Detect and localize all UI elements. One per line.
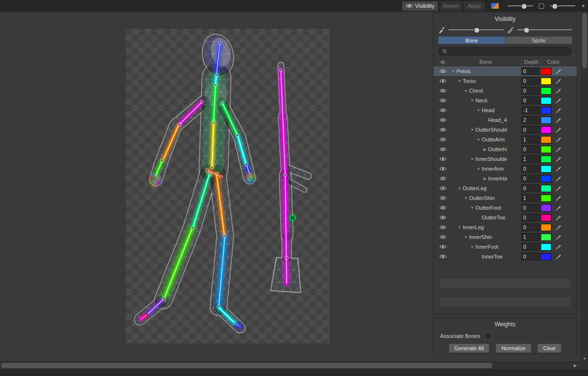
visibility-eye-toggle[interactable]	[435, 127, 450, 132]
sprite-checkerboard[interactable]	[126, 29, 330, 343]
table-row[interactable]: ▼ OutterShin	[433, 193, 577, 203]
bone-color-swatch[interactable]	[541, 146, 551, 153]
depth-input[interactable]	[521, 243, 540, 251]
bone-color-swatch[interactable]	[541, 117, 551, 124]
visibility-eye-toggle[interactable]	[435, 108, 450, 113]
foldout-toggle-icon[interactable]: ▼	[469, 245, 475, 249]
table-row[interactable]: ▼ InnerArm	[433, 164, 577, 174]
sparkle-icon[interactable]: ✦	[581, 3, 586, 9]
bone-color-swatch[interactable]	[541, 185, 551, 192]
horizontal-scroll-arrow-icon[interactable]: ▶	[574, 363, 577, 368]
toolbar-slider-2-thumb[interactable]	[552, 3, 558, 9]
visibility-eye-toggle[interactable]	[435, 147, 450, 152]
depth-input[interactable]	[521, 126, 540, 134]
visibility-eye-toggle[interactable]	[435, 225, 450, 230]
depth-input[interactable]	[521, 175, 540, 182]
table-row[interactable]: ▼ InnerShoulde	[433, 154, 577, 164]
tab-sprite[interactable]: Sprite	[506, 37, 572, 44]
table-row[interactable]: ▼ Chest	[433, 86, 577, 96]
depth-input[interactable]	[521, 184, 540, 192]
visibility-eye-toggle[interactable]	[435, 176, 450, 181]
color-eyedropper[interactable]	[553, 185, 563, 192]
table-row[interactable]: OutterToe	[433, 213, 577, 222]
color-eyedropper[interactable]	[553, 166, 563, 172]
bone-color-swatch[interactable]	[541, 243, 551, 251]
table-row[interactable]: ▼ InnerLeg	[433, 222, 577, 232]
visibility-eye-toggle[interactable]	[435, 205, 450, 210]
table-row[interactable]: ▼ Pelvis	[433, 66, 577, 76]
bone-opacity-slider-thumb[interactable]	[474, 27, 480, 33]
table-row[interactable]: InnerToe	[433, 252, 577, 261]
bone-color-swatch[interactable]	[541, 204, 551, 212]
bone-color-swatch[interactable]	[541, 87, 551, 95]
bone-color-swatch[interactable]	[541, 214, 551, 221]
visibility-eye-toggle[interactable]	[435, 254, 450, 259]
depth-input[interactable]	[521, 214, 540, 221]
table-row[interactable]: ▼ InnerFoot	[433, 242, 577, 252]
vertical-scrollbar-thumb[interactable]	[582, 13, 587, 68]
color-eyedropper[interactable]	[553, 88, 563, 94]
color-eyedropper[interactable]	[553, 244, 563, 250]
depth-input[interactable]	[521, 106, 540, 114]
color-eyedropper[interactable]	[553, 156, 563, 162]
color-eyedropper[interactable]	[553, 127, 563, 133]
table-row[interactable]: ▼ OutterFoot	[433, 203, 577, 213]
visibility-eye-toggle[interactable]	[435, 186, 450, 191]
generate-all-button[interactable]: Generate All	[449, 343, 490, 353]
table-row[interactable]: ▼ OutterLeg	[433, 183, 577, 193]
table-row[interactable]: Head_4	[433, 115, 577, 125]
foldout-toggle-icon[interactable]: ▼	[475, 167, 482, 171]
table-row[interactable]: ▼ Torso	[433, 76, 577, 86]
depth-input[interactable]	[521, 155, 540, 163]
visibility-eye-toggle[interactable]	[435, 157, 450, 161]
horizontal-scrollbar[interactable]: ▶	[0, 361, 581, 369]
foldout-toggle-icon[interactable]: ▼	[469, 157, 475, 161]
color-eyedropper[interactable]	[553, 254, 563, 260]
foldout-toggle-icon[interactable]: ▼	[463, 196, 469, 200]
bone-color-swatch[interactable]	[541, 78, 551, 85]
bone-search-field[interactable]	[438, 47, 572, 56]
table-row[interactable]: ▶ InnerHa	[433, 174, 577, 183]
table-row[interactable]: ▼ OutteArm	[433, 135, 577, 144]
bone-color-swatch[interactable]	[541, 68, 551, 75]
color-eyedropper[interactable]	[553, 215, 563, 221]
foldout-toggle-icon[interactable]: ▼	[463, 89, 469, 93]
vertical-scrollbar[interactable]: ▼	[581, 12, 588, 361]
visibility-eye-toggle[interactable]	[435, 137, 450, 142]
search-input[interactable]	[450, 48, 568, 54]
bone-color-swatch[interactable]	[541, 136, 551, 143]
depth-input[interactable]	[521, 145, 540, 153]
foldout-toggle-icon[interactable]: ▼	[463, 235, 469, 239]
depth-input[interactable]	[521, 165, 540, 173]
table-row[interactable]: ▼ InnerShin	[433, 232, 577, 242]
foldout-toggle-icon[interactable]: ▼	[475, 138, 482, 142]
foldout-toggle-icon[interactable]: ▼	[456, 79, 463, 83]
clear-button[interactable]: Clear	[537, 343, 562, 353]
depth-input[interactable]	[521, 77, 540, 85]
bone-opacity-slider[interactable]	[449, 29, 504, 30]
depth-input[interactable]	[521, 194, 540, 202]
visibility-toggle-button[interactable]: Visibility	[402, 1, 438, 11]
table-row[interactable]: ▼ Head	[433, 105, 577, 115]
depth-input[interactable]	[521, 116, 540, 124]
visibility-eye-toggle[interactable]	[435, 235, 450, 239]
bone-color-swatch[interactable]	[541, 195, 551, 202]
apply-button[interactable]: Apply	[464, 1, 485, 11]
foldout-toggle-icon[interactable]: ▼	[456, 225, 463, 230]
overlay-color-chip[interactable]	[490, 2, 499, 9]
vertical-scroll-arrow-icon[interactable]: ▼	[581, 356, 588, 361]
toolbar-slider-2[interactable]	[550, 5, 575, 6]
table-row[interactable]: ▶ OutterH	[433, 144, 577, 154]
foldout-toggle-icon[interactable]: ▼	[475, 108, 482, 113]
color-eyedropper[interactable]	[553, 224, 563, 231]
depth-input[interactable]	[521, 204, 540, 212]
depth-input[interactable]	[521, 87, 540, 95]
depth-input[interactable]	[521, 253, 540, 260]
depth-input[interactable]	[521, 233, 540, 241]
foldout-toggle-icon[interactable]: ▼	[469, 206, 475, 210]
sprite-opacity-slider-thumb[interactable]	[524, 27, 529, 33]
table-row[interactable]: ▼ Neck	[433, 96, 577, 105]
visibility-eye-toggle[interactable]	[435, 88, 450, 93]
tab-bone[interactable]: Bone	[438, 37, 505, 44]
foldout-toggle-icon[interactable]: ▼	[469, 128, 475, 132]
